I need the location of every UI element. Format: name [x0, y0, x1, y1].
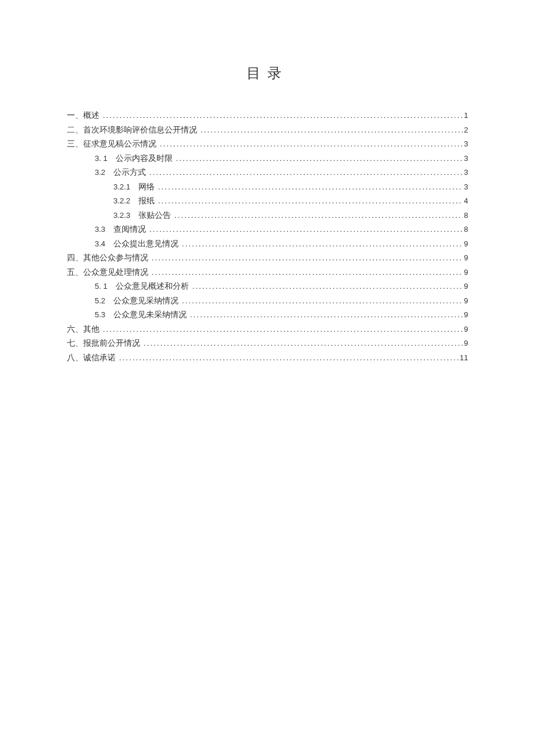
- toc-entry-page: 8: [463, 212, 468, 219]
- toc-leader-dots: [181, 297, 463, 304]
- toc-entry[interactable]: 3.3查阅情况8: [67, 225, 468, 234]
- toc-entry[interactable]: 3.2公示方式3: [67, 169, 468, 177]
- toc-entry[interactable]: 六、其他9: [67, 325, 468, 334]
- toc-entry[interactable]: 八、诚信承诺11: [67, 354, 468, 362]
- toc-leader-dots: [151, 254, 463, 261]
- toc-leader-dots: [148, 169, 463, 176]
- toc-entry-text: 公众意见采纳情况: [113, 297, 179, 305]
- toc-entry-text: 六、其他: [67, 325, 99, 334]
- toc-entry-page: 4: [463, 197, 468, 205]
- toc-leader-dots: [181, 240, 463, 248]
- toc-entry-page: 8: [463, 225, 468, 233]
- toc-entry[interactable]: 3.2.1网络3: [67, 183, 468, 191]
- toc-entry-page: 9: [463, 282, 468, 290]
- toc-entry-page: 3: [463, 169, 468, 176]
- toc-leader-dots: [175, 155, 463, 162]
- toc-entry[interactable]: 七、报批前公开情况9: [67, 339, 468, 347]
- toc-entry-text: 公众意见概述和分析: [116, 282, 189, 291]
- toc-entry-number: 3.4: [95, 240, 105, 248]
- toc-leader-dots: [142, 339, 463, 347]
- toc-entry-page: 9: [463, 311, 468, 318]
- toc-entry-number: 3.2: [95, 169, 105, 176]
- toc-leader-dots: [191, 282, 463, 290]
- toc-entry-number: 3.2.2: [113, 197, 130, 205]
- toc-entry-page: 9: [463, 297, 468, 304]
- toc-entry[interactable]: 3.2.2报纸4: [67, 197, 468, 205]
- toc-entry-text: 网络: [138, 183, 155, 191]
- toc-entry-text: 公示方式: [113, 169, 146, 177]
- toc-entry[interactable]: 5.3公众意见未采纳情况9: [67, 311, 468, 319]
- toc-entry-text: 公众意见未采纳情况: [113, 311, 187, 319]
- toc-leader-dots: [173, 212, 463, 219]
- toc-entry-number: 5.2: [95, 297, 105, 304]
- toc-entry[interactable]: 四、其他公众参与情况9: [67, 254, 468, 262]
- toc-entry-number: 5.3: [95, 311, 105, 318]
- toc-leader-dots: [199, 126, 463, 134]
- toc-entry-number: 3.2.3: [113, 212, 130, 219]
- toc-entry-number: 3. 1: [95, 155, 108, 162]
- toc-entry-page: 9: [463, 254, 468, 261]
- toc-entry-page: 9: [463, 339, 468, 347]
- toc-entry-text: 八、诚信承诺: [67, 354, 116, 362]
- toc-entry-page: 9: [463, 268, 468, 276]
- toc-entry-text: 二、首次环境影响评价信息公开情况: [67, 126, 197, 134]
- toc-entry[interactable]: 3.2.3张贴公告8: [67, 212, 468, 220]
- toc-entry-page: 3: [463, 183, 468, 191]
- toc-entry-page: 1: [463, 112, 468, 119]
- toc-entry-number: 3.3: [95, 225, 105, 233]
- toc-entry-text: 查阅情况: [113, 225, 146, 234]
- toc-entry-text: 五、公众意见处理情况: [67, 268, 148, 277]
- toc-leader-dots: [189, 311, 463, 318]
- toc-entry-number: 3.2.1: [113, 183, 130, 191]
- toc-entry[interactable]: 3.4公众提出意见情况9: [67, 240, 468, 248]
- toc-entry-text: 四、其他公众参与情况: [67, 254, 148, 262]
- toc-entry-page: 9: [463, 240, 468, 248]
- toc-leader-dots: [102, 112, 463, 119]
- toc-entry-page: 2: [463, 126, 468, 134]
- toc-leader-dots: [159, 140, 463, 148]
- toc-entry-page: 3: [463, 155, 468, 162]
- toc-entry[interactable]: 一、概述1: [67, 112, 468, 120]
- toc-entry-text: 公示内容及时限: [116, 155, 173, 163]
- toc-entry-text: 张贴公告: [138, 212, 171, 220]
- toc-entry-text: 公众提出意见情况: [113, 240, 179, 248]
- toc-entry[interactable]: 5. 1公众意见概述和分析9: [67, 282, 468, 291]
- toc-entry[interactable]: 5.2公众意见采纳情况9: [67, 297, 468, 305]
- toc-entry-text: 一、概述: [67, 112, 99, 120]
- toc-leader-dots: [118, 354, 459, 361]
- toc-entry[interactable]: 3. 1公示内容及时限3: [67, 155, 468, 163]
- toc-entry-text: 七、报批前公开情况: [67, 339, 140, 347]
- toc-entry-page: 3: [463, 140, 468, 148]
- toc-leader-dots: [157, 197, 463, 205]
- table-of-contents: 一、概述1二、首次环境影响评价信息公开情况2三、征求意见稿公示情况33. 1公示…: [67, 112, 468, 361]
- toc-leader-dots: [157, 183, 463, 191]
- toc-entry[interactable]: 五、公众意见处理情况9: [67, 268, 468, 277]
- toc-entry-number: 5. 1: [95, 282, 108, 290]
- toc-leader-dots: [148, 225, 463, 233]
- toc-entry-page: 9: [463, 325, 468, 333]
- toc-entry-page: 11: [459, 354, 468, 361]
- toc-entry-text: 报纸: [138, 197, 155, 205]
- toc-entry[interactable]: 三、征求意见稿公示情况3: [67, 140, 468, 148]
- page-title: 目录: [67, 64, 468, 83]
- toc-leader-dots: [151, 268, 463, 276]
- toc-entry-text: 三、征求意见稿公示情况: [67, 140, 156, 148]
- toc-entry[interactable]: 二、首次环境影响评价信息公开情况2: [67, 126, 468, 134]
- toc-leader-dots: [102, 325, 463, 333]
